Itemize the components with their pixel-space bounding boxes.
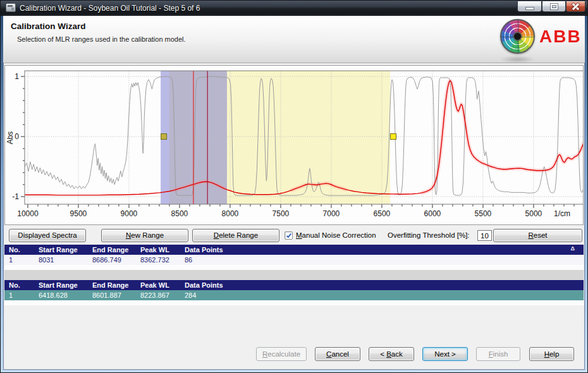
minimize-icon (526, 8, 534, 9)
new-range-button[interactable]: New Range (101, 229, 188, 242)
range-table-2: No.Start RangeEnd RangePeak WLData Point… (4, 280, 584, 305)
calibration-wizard-window: Calibration Wizard - Soybean Oil Tutoria… (0, 0, 588, 373)
help-button[interactable]: Help (529, 347, 574, 361)
sort-indicator-icon[interactable]: Δ (571, 245, 575, 252)
table-cell: 8601.887 (92, 291, 140, 299)
table-cell: 8686.749 (92, 256, 140, 264)
axis-tick-label: 8500 (171, 209, 188, 218)
table-cell: 8362.732 (140, 256, 185, 264)
wizard-header: Calibration Wizard Selection of MLR rang… (3, 16, 585, 63)
back-button[interactable]: < Back (369, 347, 414, 361)
spectrum-chart-panel[interactable]: 1000095009000850080007500700065006000550… (4, 65, 584, 225)
color-wheel-logo-icon (500, 19, 535, 54)
column-header[interactable]: End Range (92, 246, 140, 254)
table-cell: 86 (185, 256, 584, 264)
page-subtitle: Selection of MLR ranges used in the cali… (17, 35, 186, 43)
axis-tick-label: 0 (15, 132, 19, 141)
minimize-button[interactable] (517, 1, 542, 12)
manual-noise-label: Manual Noise Correction (296, 231, 376, 239)
column-header[interactable]: Peak WL (140, 246, 185, 254)
table-cell: 8031 (39, 256, 92, 264)
table-cell: 284 (185, 291, 584, 299)
spectrum-plot[interactable]: 1000095009000850080007500700065006000550… (5, 66, 583, 224)
axis-tick-label: 7500 (273, 209, 290, 218)
column-header[interactable]: Data Points (185, 246, 584, 254)
table-separator (4, 270, 584, 280)
axis-tick-label: 5000 (525, 209, 542, 218)
app-icon (6, 3, 16, 12)
table-cell: 1 (9, 291, 39, 299)
empty-row-strip (4, 300, 584, 305)
abb-logo: ABB (539, 27, 582, 47)
empty-row-strip (4, 265, 584, 270)
column-header[interactable]: Peak WL (140, 281, 185, 289)
titlebar[interactable]: Calibration Wizard - Soybean Oil Tutoria… (1, 1, 587, 16)
table-cell: 6418.628 (39, 291, 92, 299)
column-header[interactable]: Start Range (39, 246, 92, 254)
axis-tick-label: 5500 (475, 209, 492, 218)
axis-tick-label: 1/cm (554, 209, 570, 218)
axis-tick-label: 9500 (70, 209, 87, 218)
axis-tick-label: 7000 (323, 209, 340, 218)
column-header[interactable]: No. (9, 281, 39, 289)
delete-range-button[interactable]: Delete Range (192, 229, 279, 242)
cancel-button[interactable]: Cancel (315, 347, 360, 361)
table-cell: 8223.867 (140, 291, 185, 299)
column-header[interactable]: No. (9, 246, 39, 254)
reset-button[interactable]: Reset (493, 229, 582, 242)
table-cell: 1 (9, 256, 39, 264)
overfitting-threshold-label: Overfitting Threshold [%]: (388, 231, 470, 239)
axis-tick-label: -1 (12, 192, 19, 201)
y-axis-title: Abs (6, 131, 15, 145)
axis-tick-label: 9000 (121, 209, 138, 218)
manual-noise-checkbox[interactable] (285, 231, 293, 240)
table-row[interactable]: 16418.6288601.8878223.867284 (4, 290, 584, 300)
column-header[interactable]: Start Range (39, 281, 92, 289)
finish-button: Finish (476, 347, 520, 361)
axis-tick-label: 6000 (424, 209, 441, 218)
next-button[interactable]: Next > (422, 347, 468, 361)
axis-tick-label: 1 (15, 72, 19, 81)
axis-tick-label: 10000 (17, 209, 39, 218)
range-drag-handle[interactable] (391, 134, 396, 140)
table-header-row[interactable]: No.Start RangeEnd RangePeak WLData Point… (4, 280, 584, 290)
checkmark-icon (286, 233, 291, 238)
recalculate-button: Recalculate (256, 347, 307, 361)
page-title: Calibration Wizard (11, 21, 85, 31)
logo-reflection (500, 56, 535, 63)
range-table-1: No.Start RangeEnd RangePeak WLData Point… (4, 245, 584, 270)
table-header-row[interactable]: No.Start RangeEnd RangePeak WLData Point… (4, 245, 584, 255)
close-icon (572, 3, 580, 11)
displayed-spectra-button[interactable]: Displayed Spectra (9, 229, 86, 242)
range-drag-handle[interactable] (161, 134, 167, 140)
column-header[interactable]: Data Points (185, 281, 584, 289)
dialog-client-area: Calibration Wizard Selection of MLR rang… (3, 16, 585, 370)
axis-tick-label: 8000 (222, 209, 239, 218)
window-title: Calibration Wizard - Soybean Oil Tutoria… (20, 4, 200, 13)
column-header[interactable]: End Range (92, 281, 140, 289)
overfitting-threshold-input[interactable] (477, 230, 492, 241)
maximize-icon (551, 4, 558, 9)
close-button[interactable] (566, 1, 585, 12)
maximize-button[interactable] (542, 1, 566, 12)
table-row[interactable]: 180318686.7498362.73286 (4, 255, 584, 265)
axis-tick-label: 6500 (374, 209, 391, 218)
